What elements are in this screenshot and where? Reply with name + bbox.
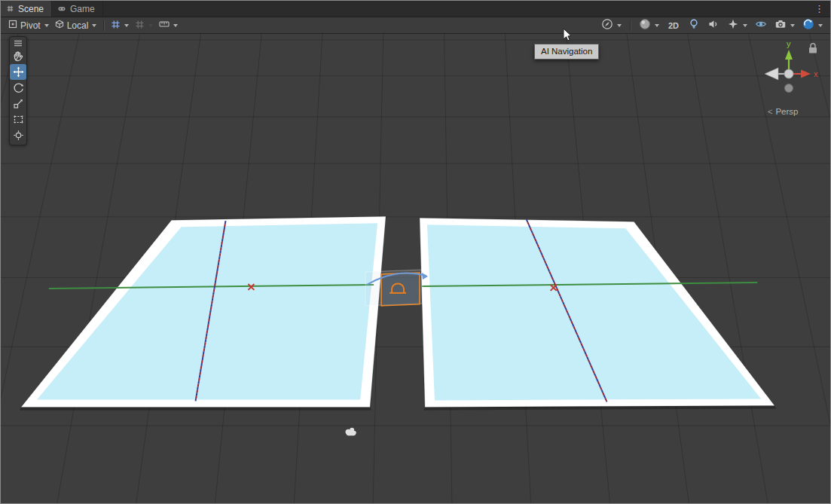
shaded-sphere-icon bbox=[639, 18, 651, 32]
local-dropdown[interactable]: Local bbox=[52, 19, 100, 32]
scene-viewport[interactable]: y x < Persp bbox=[1, 34, 830, 503]
snap-increment-dropdown[interactable] bbox=[156, 19, 181, 32]
scene-visibility-toggle[interactable] bbox=[752, 19, 770, 32]
view-hand-tool[interactable] bbox=[10, 48, 26, 64]
mouse-cursor-icon bbox=[563, 28, 573, 43]
y-axis-label: y bbox=[787, 39, 791, 48]
toggle-2d-view[interactable]: 2D bbox=[664, 19, 683, 32]
compass-icon bbox=[601, 18, 613, 32]
draw-mode-dropdown[interactable] bbox=[636, 19, 662, 32]
chevron-down-icon[interactable] bbox=[655, 24, 659, 27]
ruler-icon bbox=[159, 20, 170, 31]
local-label: Local bbox=[67, 20, 89, 31]
chevron-down-icon[interactable] bbox=[148, 24, 153, 27]
grid-snap-toggle[interactable] bbox=[108, 19, 132, 32]
rotate-tool[interactable] bbox=[10, 80, 26, 96]
scene-lighting-toggle[interactable] bbox=[685, 19, 703, 32]
tab-scene[interactable]: Scene bbox=[1, 1, 52, 17]
lightbulb-icon bbox=[688, 18, 700, 32]
2d-label: 2D bbox=[667, 21, 680, 30]
gamepad-icon bbox=[57, 5, 66, 13]
tab-scene-label: Scene bbox=[18, 4, 44, 14]
table-right[interactable] bbox=[420, 218, 776, 410]
grid-dim-icon bbox=[135, 20, 145, 32]
effects-dropdown[interactable] bbox=[724, 19, 750, 32]
front-axis-cone[interactable] bbox=[765, 68, 778, 80]
chevron-down-icon bbox=[92, 24, 96, 27]
camera-settings-dropdown[interactable] bbox=[771, 19, 798, 32]
selected-net-object[interactable] bbox=[365, 270, 428, 306]
scene-audio-toggle[interactable] bbox=[704, 19, 723, 32]
unity-editor-window: Scene Game ⋮ Pivot Local bbox=[0, 0, 831, 504]
kebab-menu-icon[interactable]: ⋮ bbox=[808, 1, 830, 17]
orientation-gizmo[interactable]: y x bbox=[753, 37, 831, 106]
tab-strip: Scene Game ⋮ bbox=[1, 1, 830, 17]
tab-game-label: Game bbox=[70, 4, 95, 14]
transform-tool[interactable] bbox=[10, 127, 26, 143]
tools-overlay bbox=[9, 36, 27, 145]
x-axis-label: x bbox=[814, 69, 818, 78]
gizmo-center-ball[interactable] bbox=[784, 69, 793, 78]
y-axis-cone[interactable] bbox=[785, 50, 793, 60]
grid-lines bbox=[1, 34, 830, 503]
chevron-down-icon[interactable] bbox=[617, 24, 622, 27]
tab-game[interactable]: Game bbox=[52, 1, 103, 17]
move-tool[interactable] bbox=[10, 64, 26, 80]
table-left-surface bbox=[37, 223, 377, 399]
chevron-down-icon[interactable] bbox=[743, 24, 747, 27]
local-axes-icon bbox=[55, 20, 64, 31]
lock-icon[interactable] bbox=[809, 44, 817, 53]
grid-visibility-toggle[interactable] bbox=[132, 19, 156, 32]
speaker-icon bbox=[707, 18, 719, 32]
chevron-down-icon[interactable] bbox=[790, 24, 795, 27]
object-billboard-icon[interactable] bbox=[346, 428, 356, 435]
table-left[interactable] bbox=[20, 216, 386, 410]
camera-icon bbox=[774, 18, 787, 32]
persp-chevron-icon: < bbox=[768, 107, 772, 116]
chevron-down-icon[interactable] bbox=[124, 24, 129, 27]
overlay-handle-icon[interactable] bbox=[10, 38, 26, 48]
x-axis-cone[interactable] bbox=[801, 70, 811, 78]
toolbar-separator bbox=[630, 20, 631, 31]
selection-outline bbox=[381, 273, 420, 306]
sparkle-icon bbox=[727, 18, 739, 32]
orbit-sphere-icon bbox=[802, 18, 814, 32]
eye-icon bbox=[755, 18, 767, 32]
grid-icon bbox=[111, 20, 121, 32]
toolbar-separator bbox=[103, 20, 104, 31]
ai-navigation-toggle[interactable] bbox=[598, 19, 625, 32]
scale-tool[interactable] bbox=[10, 96, 26, 111]
pivot-dropdown[interactable]: Pivot bbox=[5, 19, 52, 32]
pivot-label: Pivot bbox=[20, 20, 41, 31]
ai-navigation-tooltip: AI Navigation bbox=[534, 44, 599, 60]
chevron-down-icon[interactable] bbox=[173, 24, 178, 27]
chevron-down-icon bbox=[44, 24, 49, 27]
table-left-shadow bbox=[20, 407, 371, 410]
scene-toolbar: Pivot Local bbox=[1, 17, 830, 34]
pivot-icon bbox=[8, 20, 17, 31]
projection-toggle[interactable]: < Persp bbox=[768, 107, 798, 116]
scene-grid-icon bbox=[6, 5, 14, 13]
persp-label: Persp bbox=[775, 107, 798, 116]
view-options-dropdown[interactable] bbox=[799, 19, 826, 32]
chevron-down-icon[interactable] bbox=[818, 24, 823, 27]
neg-y-axis-ball[interactable] bbox=[785, 84, 793, 93]
rect-tool[interactable] bbox=[10, 111, 26, 127]
